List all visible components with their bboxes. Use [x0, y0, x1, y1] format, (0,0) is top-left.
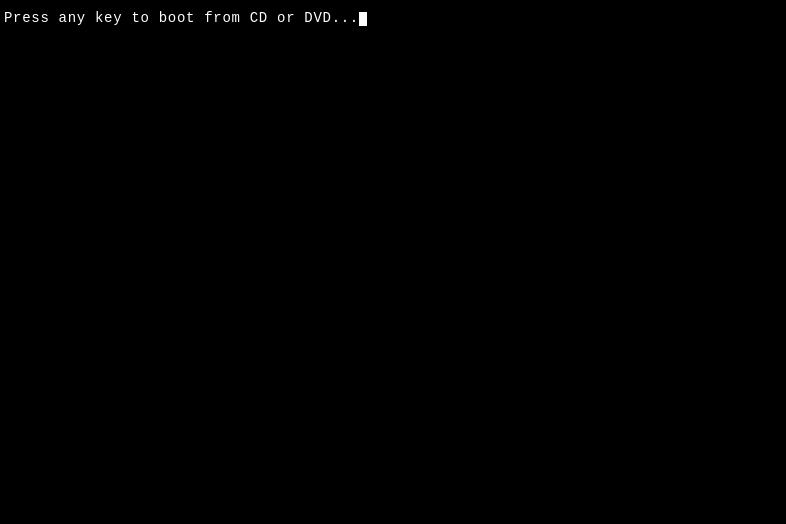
boot-message: Press any key to boot from CD or DVD... [4, 10, 367, 26]
boot-screen: Press any key to boot from CD or DVD... [0, 0, 786, 524]
cursor-blink [359, 12, 367, 26]
boot-message-text: Press any key to boot from CD or DVD... [4, 10, 359, 26]
